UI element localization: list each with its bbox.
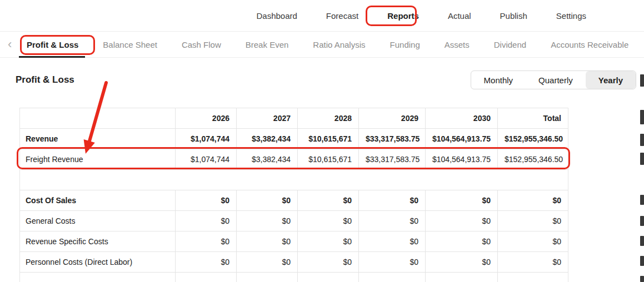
table-cell: $0 (359, 231, 426, 252)
table-cell: $3,382,434 (237, 129, 298, 149)
table-cell: $0 (176, 231, 237, 252)
table-cell (176, 273, 237, 282)
table-cell: $0 (176, 211, 237, 231)
tab-profit-and-loss[interactable]: Profit & Loss (27, 32, 78, 57)
table-cell: $0 (237, 252, 298, 273)
table-cell: $0 (298, 190, 359, 211)
nav-item-dashboard[interactable]: Dashboard (256, 11, 297, 21)
column-header-2029: 2029 (359, 108, 426, 129)
table-cell: $0 (298, 231, 359, 252)
tab-ratio-analysis[interactable]: Ratio Analysis (313, 32, 365, 57)
table-cell (237, 273, 298, 282)
table-cell: $0 (237, 211, 298, 231)
column-header-blank (20, 108, 176, 129)
table-cell: $1,074,744 (176, 129, 237, 149)
top-nav: Dashboard Forecast Reports Actual Publis… (0, 0, 644, 32)
table-cell: $0 (359, 252, 426, 273)
column-header-total: Total (498, 108, 568, 129)
table-cell (359, 273, 426, 282)
top-nav-items: Dashboard Forecast Reports Actual Publis… (256, 11, 586, 21)
tab-cash-flow[interactable]: Cash Flow (182, 32, 221, 57)
tab-assets[interactable]: Assets (445, 32, 470, 57)
table-cell: $0 (176, 190, 237, 211)
table-cell: $0 (298, 211, 359, 231)
table-row-revenue-specific-costs[interactable]: Revenue Specific Costs $0 $0 $0 $0 $0 $0 (20, 231, 568, 252)
table-cell: $3,382,434 (237, 149, 298, 170)
row-label: General Costs (20, 211, 176, 231)
table-cell: $152,955,346.50 (498, 129, 568, 149)
table-cell: $0 (426, 190, 498, 211)
table-cell: $104,564,913.75 (426, 149, 498, 170)
period-option-yearly[interactable]: Yearly (586, 71, 636, 89)
table-cell: $33,317,583.75 (359, 129, 426, 149)
page-title: Profit & Loss (16, 74, 74, 85)
table-cell: $104,564,913.75 (426, 129, 498, 149)
table-cell: $0 (426, 231, 498, 252)
row-label: Cost Of Sales (20, 190, 176, 211)
table-cell: $0 (176, 252, 237, 273)
table-cell: $33,317,583.75 (359, 149, 426, 170)
tab-break-even[interactable]: Break Even (246, 32, 289, 57)
report-content: Profit & Loss Monthly Quarterly Yearly 2… (0, 70, 644, 282)
column-header-2030: 2030 (426, 108, 498, 129)
spacer-cell (20, 170, 568, 190)
table-cell: $0 (426, 211, 498, 231)
table-row-partial (20, 273, 568, 282)
nav-item-settings[interactable]: Settings (556, 11, 586, 21)
table-cell: $0 (359, 211, 426, 231)
table-row-spacer (20, 170, 568, 190)
table-cell: $0 (498, 252, 568, 273)
table-row-cost-of-sales[interactable]: Cost Of Sales $0 $0 $0 $0 $0 $0 (20, 190, 568, 211)
report-tabs-bar: ‹ Profit & Loss Balance Sheet Cash Flow … (0, 32, 644, 58)
table-cell: $0 (498, 211, 568, 231)
column-header-2027: 2027 (237, 108, 298, 129)
table-cell (20, 273, 176, 282)
table-cell: $0 (237, 190, 298, 211)
table-row-general-costs[interactable]: General Costs $0 $0 $0 $0 $0 $0 (20, 211, 568, 231)
column-header-2026: 2026 (176, 108, 237, 129)
report-tabs: Profit & Loss Balance Sheet Cash Flow Br… (27, 32, 628, 57)
tab-balance-sheet[interactable]: Balance Sheet (103, 32, 157, 57)
table-cell: $0 (498, 231, 568, 252)
table-cell: $0 (298, 252, 359, 273)
row-label: Revenue (20, 129, 176, 149)
tab-dividend[interactable]: Dividend (494, 32, 526, 57)
period-toggle: Monthly Quarterly Yearly (471, 70, 636, 89)
table-cell: $0 (426, 252, 498, 273)
nav-item-forecast[interactable]: Forecast (326, 11, 358, 21)
table-cell: $10,615,671 (298, 149, 359, 170)
period-option-quarterly[interactable]: Quarterly (526, 71, 586, 89)
tab-funding[interactable]: Funding (390, 32, 420, 57)
table-row-personnel-costs[interactable]: Personnel Costs (Direct Labor) $0 $0 $0 … (20, 252, 568, 273)
row-label: Personnel Costs (Direct Labor) (20, 252, 176, 273)
table-cell: $152,955,346.50 (498, 149, 568, 170)
table-row-freight-revenue[interactable]: Freight Revenue $1,074,744 $3,382,434 $1… (20, 149, 568, 170)
table-cell (298, 273, 359, 282)
tab-accounts-receivable[interactable]: Accounts Receivable (551, 32, 628, 57)
row-label: Freight Revenue (20, 149, 176, 170)
nav-item-actual[interactable]: Actual (448, 11, 471, 21)
nav-item-publish[interactable]: Publish (500, 11, 527, 21)
table-cell: $10,615,671 (298, 129, 359, 149)
table-cell: $1,074,744 (176, 149, 237, 170)
page-header: Profit & Loss Monthly Quarterly Yearly (16, 70, 636, 89)
table-cell: $0 (498, 190, 568, 211)
table-row-revenue[interactable]: Revenue $1,074,744 $3,382,434 $10,615,67… (20, 129, 568, 149)
table-cell (426, 273, 498, 282)
table-cell (498, 273, 568, 282)
chevron-left-icon[interactable]: ‹ (8, 38, 18, 51)
table-cell: $0 (359, 190, 426, 211)
period-option-monthly[interactable]: Monthly (471, 71, 526, 89)
column-header-2028: 2028 (298, 108, 359, 129)
nav-item-reports[interactable]: Reports (387, 11, 419, 21)
table-cell: $0 (237, 231, 298, 252)
profit-loss-table: 2026 2027 2028 2029 2030 Total Revenue $… (19, 108, 568, 282)
row-label: Revenue Specific Costs (20, 231, 176, 252)
table-header-row: 2026 2027 2028 2029 2030 Total (20, 108, 568, 129)
